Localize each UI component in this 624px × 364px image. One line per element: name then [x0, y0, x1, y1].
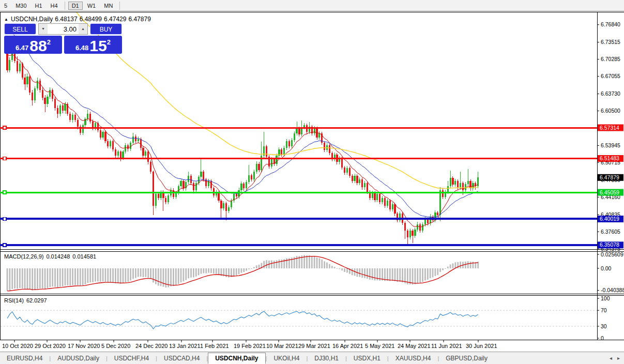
one-click-trade-panel: SELL ▾ ▴ BUY 6.47 88 2 6.48 15 2	[4, 23, 122, 54]
sell-price-pips: 88	[29, 38, 47, 53]
timeframe-button-mn[interactable]: MN	[100, 2, 116, 10]
chart-tab-audusd[interactable]: AUDUSD,Daily	[51, 353, 106, 363]
volume-decrease-button[interactable]: ▾	[39, 24, 48, 34]
chart-window: 6.768406.735156.702856.670556.637306.605…	[0, 12, 624, 351]
support-resistance-levels[interactable]	[0, 126, 597, 247]
tab-scroll-right-icon[interactable]: ▸	[617, 355, 620, 361]
buy-quote-button[interactable]: 6.48 15 2	[64, 36, 122, 54]
timeframe-toolbar: 5M30H1H4D1W1MN	[0, 0, 624, 11]
ohlc-high: 6.48499	[80, 16, 102, 23]
date-axis-label: 19 Feb 2021	[234, 343, 266, 349]
date-axis-label: 24 May 2021	[398, 343, 431, 349]
price-chart[interactable]: 6.768406.735156.702856.670556.637306.605…	[0, 12, 624, 351]
rsi-axis-label: 70	[601, 307, 607, 313]
price-tag: 6.35078	[600, 241, 619, 248]
tab-scroll-arrows: ◂▸	[610, 355, 620, 361]
price-axis-label: 6.37605	[601, 229, 620, 235]
chart-tab-usdx[interactable]: USDX,H1	[347, 353, 387, 363]
volume-stepper: ▾ ▴	[38, 23, 88, 35]
rsi-axis: 10070300	[597, 295, 610, 341]
tab-scroll-left-icon[interactable]: ◂	[610, 355, 612, 361]
price-tag: 6.47879	[600, 174, 619, 180]
date-axis-label: 5 May 2021	[365, 343, 394, 349]
buy-price-prefix: 6.48	[75, 44, 88, 52]
price-axis-label: 6.73515	[601, 39, 620, 45]
chart-tab-usdchf[interactable]: USDCHF,H4	[108, 353, 156, 363]
symbol-tab-bar: EURUSD,H4|AUDUSD,Daily|USDCHF,H4|USDCAD,…	[0, 352, 624, 364]
price-axis: 6.768406.735156.702856.670556.637306.605…	[597, 21, 623, 251]
chart-symbol-label: USDCNH,Daily	[11, 16, 53, 23]
toolbar-separator	[65, 2, 65, 10]
sell-price-point: 2	[47, 38, 51, 46]
price-axis-label: 6.70285	[601, 56, 620, 62]
toolbar-separator	[119, 2, 120, 10]
volume-input[interactable]	[48, 24, 79, 34]
price-axis-label: 6.53945	[601, 142, 620, 148]
price-tag: 6.40019	[600, 216, 619, 222]
date-axis: 10 Oct 202029 Oct 202017 Nov 20205 Dec 2…	[2, 340, 497, 349]
price-axis-label: 6.76840	[601, 21, 620, 27]
price-axis-label: 6.63730	[601, 90, 620, 97]
chart-tab-usdcad[interactable]: USDCAD,H4	[157, 353, 206, 363]
timeframe-button-h1[interactable]: H1	[32, 2, 46, 10]
ohlc-close: 6.47879	[128, 16, 150, 23]
macd-axis: 0.0256090.00-0.040388	[597, 251, 624, 294]
ohlc-low: 6.47429	[104, 16, 126, 23]
sell-button[interactable]: SELL	[4, 23, 36, 35]
chart-tab-eurusd[interactable]: EURUSD,H4	[0, 353, 49, 363]
chart-frame	[1, 12, 624, 340]
date-axis-label: 29 Oct 2020	[35, 343, 66, 349]
volume-increase-button[interactable]: ▴	[79, 24, 87, 34]
chart-tab-dj30[interactable]: DJ30,H1	[308, 353, 345, 363]
timeframe-button-5[interactable]: 5	[1, 2, 11, 10]
chart-tab-gbpusd[interactable]: GBPUSD,Daily	[439, 353, 494, 363]
rsi-axis-label: 100	[601, 295, 610, 301]
price-tag: 6.45059	[600, 189, 619, 195]
date-axis-label: 11 Jun 2021	[431, 343, 462, 349]
date-axis-label: 16 Apr 2021	[332, 343, 363, 349]
timeframe-button-h4[interactable]: H4	[47, 2, 62, 10]
chart-tab-ukoil[interactable]: UKOil,H4	[267, 353, 306, 363]
rsi-axis-label: 30	[601, 323, 607, 329]
price-tag: 6.57314	[600, 125, 619, 131]
date-axis-label: 29 Mar 2021	[298, 343, 330, 349]
chart-tab-xauusd[interactable]: XAUUSD,H4	[389, 353, 438, 363]
candlesticks	[6, 47, 479, 245]
rsi-axis-label: 0	[601, 335, 604, 341]
ma-fast-red	[7, 55, 478, 228]
date-axis-label: 30 Jun 2021	[466, 343, 497, 349]
date-axis-label: 10 Mar 2021	[266, 343, 298, 349]
timeframe-button-w1[interactable]: W1	[84, 2, 100, 10]
date-axis-label: 24 Dec 2020	[135, 343, 168, 349]
ohlc-open: 6.48137	[55, 16, 77, 23]
price-axis-label: 6.60500	[601, 108, 620, 114]
macd-axis-label: -0.040388	[601, 287, 624, 293]
collapse-panel-icon[interactable]: ▲	[4, 17, 8, 22]
timeframe-button-m30[interactable]: M30	[12, 2, 30, 10]
date-axis-label: 1 Feb 2021	[200, 343, 229, 349]
date-axis-label: 13 Jan 2021	[169, 343, 201, 349]
buy-button[interactable]: BUY	[90, 23, 122, 35]
chart-tab-usdcnh[interactable]: USDCNH,Daily	[208, 353, 265, 364]
buy-price-point: 2	[107, 38, 111, 46]
sell-quote-button[interactable]: 6.47 88 2	[4, 36, 62, 54]
buy-price-pips: 15	[89, 38, 106, 53]
date-axis-label: 10 Oct 2020	[2, 343, 33, 349]
sell-price-prefix: 6.47	[16, 44, 28, 52]
date-axis-label: 17 Nov 2020	[68, 343, 100, 349]
timeframe-button-d1[interactable]: D1	[68, 2, 83, 10]
macd-axis-label: 0.025609	[601, 251, 623, 257]
chart-title: ▲USDCNH,Daily6.481376.484996.474296.4787…	[4, 16, 153, 23]
price-axis-label: 6.67055	[601, 73, 620, 79]
price-tag: 6.51483	[600, 155, 619, 161]
macd-axis-label: 0.00	[601, 265, 612, 271]
date-axis-label: 5 Dec 2020	[101, 343, 130, 349]
